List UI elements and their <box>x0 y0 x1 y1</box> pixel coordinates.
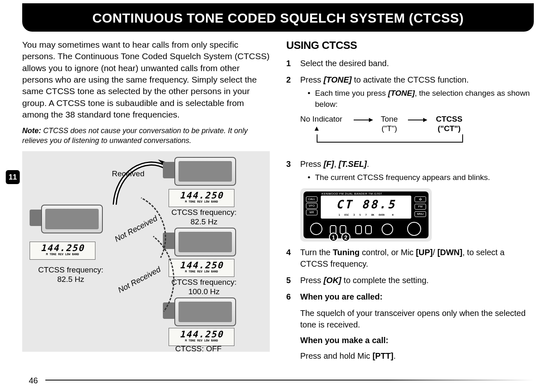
right-column: USING CTCSS Select the desired band. Pre… <box>286 39 534 366</box>
loop-line-icon <box>317 134 463 143</box>
note-paragraph: Note: CTCSS does not cause your conversa… <box>22 126 270 145</box>
step-6-make-heading: When you make a call: <box>300 334 534 346</box>
page-number: 46 <box>29 376 38 385</box>
note-body: CTCSS does not cause your conversation t… <box>22 127 248 144</box>
lcd-rx3: 144.250 M TONE REV LOW BAND <box>169 328 234 346</box>
steps-list: Select the desired band. Press [TONE] to… <box>286 58 534 110</box>
page-header: CONTINUOUS TONE CODED SQUELCH SYSTEM (CT… <box>22 3 534 32</box>
lcd-rx2: 144.250 M TONE REV LOW BAND <box>169 259 234 277</box>
radio-face-illustration: KENWOOD FM DUAL BANDER TM-G707 CT 88.5 1… <box>300 188 432 242</box>
step-3: Press [F], [T.SEL]. The current CTCSS fr… <box>286 158 534 183</box>
callout-1: 1 <box>329 233 338 242</box>
radio-brand: KENWOOD FM DUAL BANDER TM-G707 <box>322 192 382 195</box>
step-6: When you are called: <box>286 291 534 302</box>
arrow-right-icon <box>408 120 427 120</box>
steps-list-continued: Press [F], [T.SEL]. The current CTCSS fr… <box>286 158 534 183</box>
page-title: CONTINUOUS TONE CODED SQUELCH SYSTEM (CT… <box>22 11 534 26</box>
panel-btn-icon <box>365 225 372 234</box>
knob-icon <box>407 222 421 236</box>
note-label: Note: <box>22 127 41 135</box>
step-2: Press [TONE] to activate the CTCSS funct… <box>286 74 534 110</box>
step-6-make-body: Press and hold Mic [PTT]. <box>300 350 534 362</box>
knob-icon <box>382 224 393 235</box>
steps-list-continued-2: Turn the Tuning control, or Mic [UP]/ [D… <box>286 247 534 302</box>
label-received: Received <box>112 169 144 179</box>
caption-rx2: CTCSS frequency: 100.0 Hz <box>167 278 241 297</box>
intro-paragraph: You may sometimes want to hear calls fro… <box>22 39 270 120</box>
radio-lcd: CT 88.5 1 ESC 3 5 7 OK OVER H <box>321 196 411 219</box>
left-column: You may sometimes want to hear calls fro… <box>22 39 270 366</box>
panel-btn-icon <box>355 225 362 234</box>
cycle-tone: Tone ("T") <box>381 115 398 134</box>
footer-divider-icon <box>45 380 534 380</box>
knob-icon <box>310 223 322 235</box>
radio-rx1-icon <box>174 157 236 186</box>
radio-rx2-icon <box>174 228 236 256</box>
step-3-subbullet: The current CTCSS frequency appears and … <box>308 172 534 183</box>
step-2-subbullet: Each time you press [TONE], the selectio… <box>308 88 534 110</box>
section-heading: USING CTCSS <box>286 39 534 52</box>
step-4: Turn the Tuning control, or Mic [UP]/ [D… <box>286 247 534 270</box>
caption-rx1: CTCSS frequency: 82.5 Hz <box>167 208 241 227</box>
step-5: Press [OK] to complete the setting. <box>286 274 534 286</box>
cycle-ctcss: CTCSS ("CT") <box>436 115 462 134</box>
step-1: Select the desired band. <box>286 58 534 69</box>
tone-cycle-diagram: No Indicator Tone ("T") CTCSS ("CT") <box>300 115 534 152</box>
step-6-called-body: The squelch of your transceiver opens on… <box>300 307 534 330</box>
lcd-rx1: 144.250 M TONE REV LOW BAND <box>169 189 234 207</box>
ctcss-diagram: 144.250 M TONE REV LOW BAND CTCSS freque… <box>22 151 270 352</box>
chapter-tab: 11 <box>6 170 20 184</box>
caption-rx3: CTCSS: OFF <box>175 344 222 352</box>
cycle-no-indicator: No Indicator <box>300 115 342 124</box>
arrow-right-icon <box>354 120 373 120</box>
callout-2: 2 <box>341 233 350 242</box>
radio-rx3-icon <box>174 297 236 326</box>
